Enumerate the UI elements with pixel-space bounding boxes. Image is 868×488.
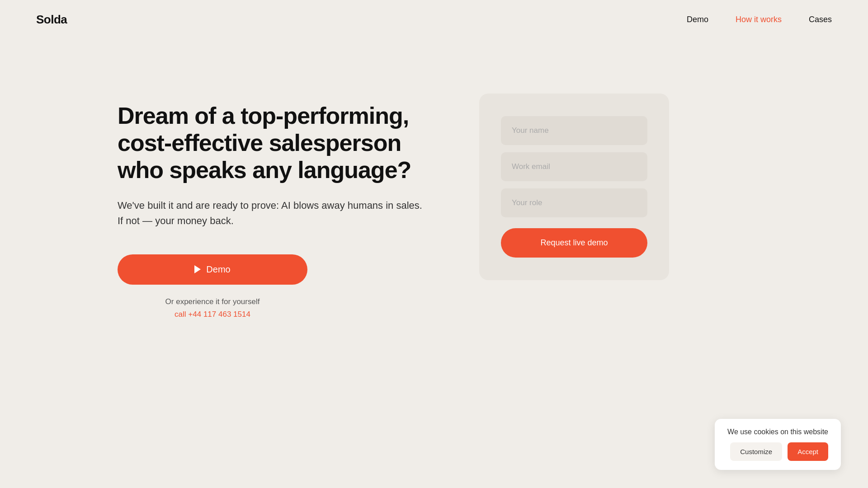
or-experience-text: Or experience it for yourself — [118, 297, 307, 306]
left-section: Dream of a top-performing, cost-effectiv… — [118, 94, 425, 319]
cookie-message: We use cookies on this website — [727, 428, 828, 436]
accept-button[interactable]: Accept — [788, 442, 828, 461]
logo: Solda — [36, 13, 67, 27]
nav-link-cases[interactable]: Cases — [809, 15, 832, 24]
nav-link-how-it-works[interactable]: How it works — [736, 15, 782, 24]
subtitle: We've built it and are ready to prove: A… — [118, 198, 425, 229]
name-input[interactable] — [501, 116, 647, 145]
nav-links: Demo How it works Cases — [687, 15, 832, 24]
main-content: Dream of a top-performing, cost-effectiv… — [0, 57, 868, 319]
form-card: Request live demo — [479, 94, 669, 280]
nav-link-demo[interactable]: Demo — [687, 15, 708, 24]
request-demo-button[interactable]: Request live demo — [501, 228, 647, 258]
navbar: Solda Demo How it works Cases — [0, 0, 868, 39]
cookie-banner: We use cookies on this website Customize… — [715, 419, 841, 470]
cookie-buttons: Customize Accept — [730, 442, 828, 461]
role-input[interactable] — [501, 188, 647, 217]
play-icon — [194, 265, 201, 273]
headline: Dream of a top-performing, cost-effectiv… — [118, 103, 425, 183]
demo-button[interactable]: Demo — [118, 254, 307, 285]
customize-button[interactable]: Customize — [730, 442, 782, 461]
email-input[interactable] — [501, 152, 647, 181]
demo-button-label: Demo — [206, 264, 230, 275]
phone-link[interactable]: call +44 117 463 1514 — [118, 310, 307, 319]
